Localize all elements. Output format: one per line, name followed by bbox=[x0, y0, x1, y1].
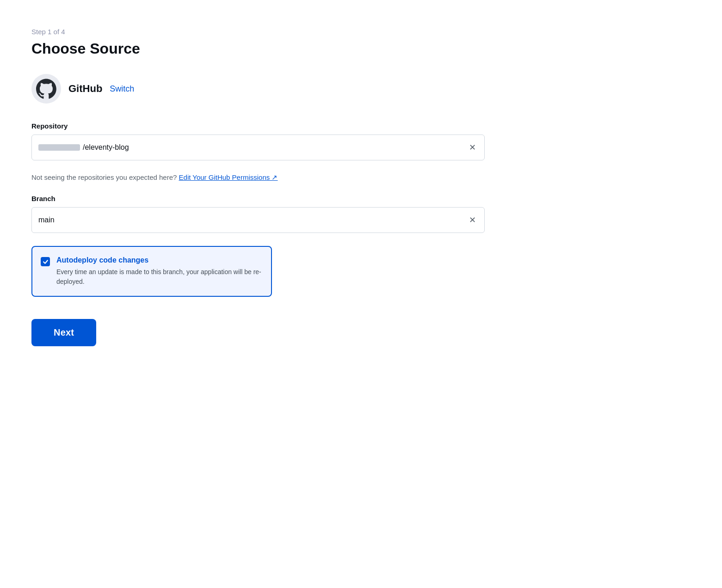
checkmark-icon bbox=[43, 259, 49, 265]
permissions-note-text: Not seeing the repositories you expected… bbox=[31, 173, 177, 181]
edit-permissions-link[interactable]: Edit Your GitHub Permissions ↗ bbox=[179, 173, 278, 181]
github-avatar bbox=[31, 74, 61, 104]
page-title: Choose Source bbox=[31, 40, 691, 57]
redacted-username bbox=[38, 144, 80, 151]
autodeploy-checkbox[interactable] bbox=[41, 257, 50, 266]
switch-link[interactable]: Switch bbox=[110, 84, 134, 94]
autodeploy-checkbox-container: Autodeploy code changes Every time an up… bbox=[41, 256, 262, 287]
repository-clear-icon[interactable]: ✕ bbox=[467, 141, 478, 153]
repository-field-group: Repository /eleventy-blog ✕ bbox=[31, 122, 485, 160]
repository-path: /eleventy-blog bbox=[83, 143, 129, 152]
branch-label: Branch bbox=[31, 195, 485, 202]
branch-clear-icon[interactable]: ✕ bbox=[467, 214, 478, 226]
autodeploy-box[interactable]: Autodeploy code changes Every time an up… bbox=[31, 246, 272, 297]
step-label: Step 1 of 4 bbox=[31, 28, 691, 36]
branch-value: main bbox=[38, 216, 467, 224]
autodeploy-description: Every time an update is made to this bra… bbox=[56, 267, 262, 287]
source-name: GitHub bbox=[68, 83, 102, 95]
next-button[interactable]: Next bbox=[31, 319, 96, 346]
permissions-note: Not seeing the repositories you expected… bbox=[31, 173, 485, 182]
repository-value: /eleventy-blog bbox=[38, 143, 467, 152]
branch-input-wrapper[interactable]: main ✕ bbox=[31, 207, 485, 233]
github-octocat-icon bbox=[36, 79, 56, 99]
source-row: GitHub Switch bbox=[31, 74, 691, 104]
autodeploy-title: Autodeploy code changes bbox=[56, 256, 262, 264]
autodeploy-content: Autodeploy code changes Every time an up… bbox=[56, 256, 262, 287]
repository-label: Repository bbox=[31, 122, 485, 130]
branch-field-group: Branch main ✕ bbox=[31, 195, 485, 233]
repository-input-wrapper[interactable]: /eleventy-blog ✕ bbox=[31, 135, 485, 160]
